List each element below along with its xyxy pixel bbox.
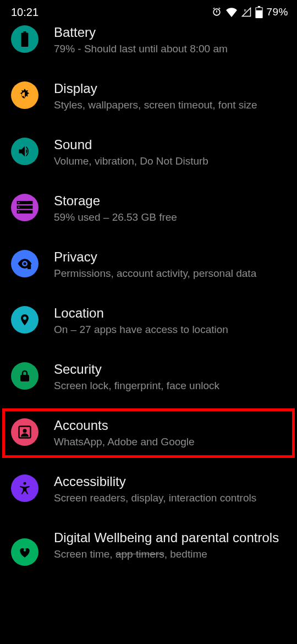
security-icon — [11, 362, 38, 390]
item-text: Security Screen lock, fingerprint, face … — [54, 361, 286, 393]
settings-list: Battery 79% - Should last until about 8:… — [0, 21, 297, 568]
svg-text:R: R — [244, 9, 247, 12]
item-text: Battery 79% - Should last until about 8:… — [54, 24, 286, 56]
item-title: Storage — [54, 193, 286, 209]
item-text: Accessibility Screen readers, display, i… — [54, 473, 286, 505]
settings-item-accounts[interactable]: Accounts WhatsApp, Adobe and Google — [0, 405, 297, 461]
item-subtitle: Styles, wallpapers, screen timeout, font… — [54, 98, 286, 112]
svg-point-11 — [18, 211, 19, 212]
item-subtitle: WhatsApp, Adobe and Google — [54, 435, 286, 449]
battery-icon — [255, 6, 263, 18]
item-title: Privacy — [54, 249, 286, 265]
item-title: Accounts — [54, 417, 286, 434]
alarm-icon — [211, 7, 222, 18]
svg-rect-14 — [20, 375, 29, 381]
status-icons: R 79% — [211, 6, 288, 18]
item-title: Location — [54, 305, 286, 321]
item-subtitle: Permissions, account activity, personal … — [54, 266, 286, 281]
privacy-icon — [11, 250, 38, 277]
svg-rect-3 — [256, 8, 262, 10]
item-text: Privacy Permissions, account activity, p… — [54, 249, 286, 281]
item-text: Display Styles, wallpapers, screen timeo… — [54, 80, 286, 112]
settings-item-privacy[interactable]: Privacy Permissions, account activity, p… — [0, 237, 297, 293]
item-text: Location On – 27 apps have access to loc… — [54, 305, 286, 337]
svg-point-16 — [23, 429, 27, 433]
item-title: Battery — [54, 24, 286, 41]
settings-item-battery[interactable]: Battery 79% - Should last until about 8:… — [0, 21, 297, 68]
svg-rect-5 — [23, 31, 26, 33]
sub-post: , bedtime — [164, 548, 207, 560]
display-icon — [11, 81, 38, 109]
item-subtitle: Screen time, app timers, bedtime — [54, 547, 286, 561]
item-subtitle: On – 27 apps have access to location — [54, 323, 286, 337]
accessibility-icon — [11, 474, 38, 502]
wifi-icon — [226, 7, 238, 17]
storage-icon — [11, 194, 38, 221]
settings-item-security[interactable]: Security Screen lock, fingerprint, face … — [0, 349, 297, 405]
item-subtitle: Volume, vibration, Do Not Disturb — [54, 154, 286, 168]
clock: 10:21 — [11, 6, 38, 19]
accounts-icon — [11, 418, 38, 446]
sub-strike: app timers — [116, 548, 164, 560]
item-subtitle: 79% - Should last until about 8:00 am — [54, 42, 286, 56]
svg-point-10 — [18, 206, 19, 208]
svg-rect-13 — [28, 265, 31, 270]
item-text: Accounts WhatsApp, Adobe and Google — [54, 417, 286, 449]
svg-rect-2 — [258, 6, 260, 7]
battery-icon — [11, 25, 38, 53]
item-title: Security — [54, 361, 286, 378]
svg-point-12 — [24, 263, 26, 265]
svg-point-9 — [18, 202, 19, 203]
location-icon — [11, 306, 38, 334]
item-title: Sound — [54, 137, 286, 153]
settings-item-sound[interactable]: Sound Volume, vibration, Do Not Disturb — [0, 124, 297, 181]
item-subtitle: Screen readers, display, interaction con… — [54, 491, 286, 505]
item-text: Digital Wellbeing and parental controls … — [54, 530, 286, 561]
settings-item-display[interactable]: Display Styles, wallpapers, screen timeo… — [0, 68, 297, 124]
status-bar: 10:21 R 79% — [0, 0, 297, 21]
item-text: Storage 59% used – 26.53 GB free — [54, 193, 286, 225]
item-text: Sound Volume, vibration, Do Not Disturb — [54, 137, 286, 168]
svg-point-18 — [24, 549, 26, 552]
sound-icon — [11, 138, 38, 165]
settings-item-storage[interactable]: Storage 59% used – 26.53 GB free — [0, 181, 297, 237]
item-title: Display — [54, 80, 286, 97]
battery-percent: 79% — [266, 6, 288, 18]
item-subtitle: Screen lock, fingerprint, face unlock — [54, 379, 286, 393]
settings-item-accessibility[interactable]: Accessibility Screen readers, display, i… — [0, 461, 297, 517]
svg-point-17 — [24, 482, 26, 485]
item-subtitle: 59% used – 26.53 GB free — [54, 210, 286, 225]
settings-item-location[interactable]: Location On – 27 apps have access to loc… — [0, 293, 297, 349]
settings-item-wellbeing[interactable]: Digital Wellbeing and parental controls … — [0, 517, 297, 568]
item-title: Digital Wellbeing and parental controls — [54, 530, 286, 546]
item-title: Accessibility — [54, 473, 286, 490]
cellular-icon: R — [241, 7, 252, 17]
svg-rect-4 — [21, 33, 29, 47]
sub-pre: Screen time, — [54, 548, 116, 560]
wellbeing-icon — [11, 538, 38, 566]
